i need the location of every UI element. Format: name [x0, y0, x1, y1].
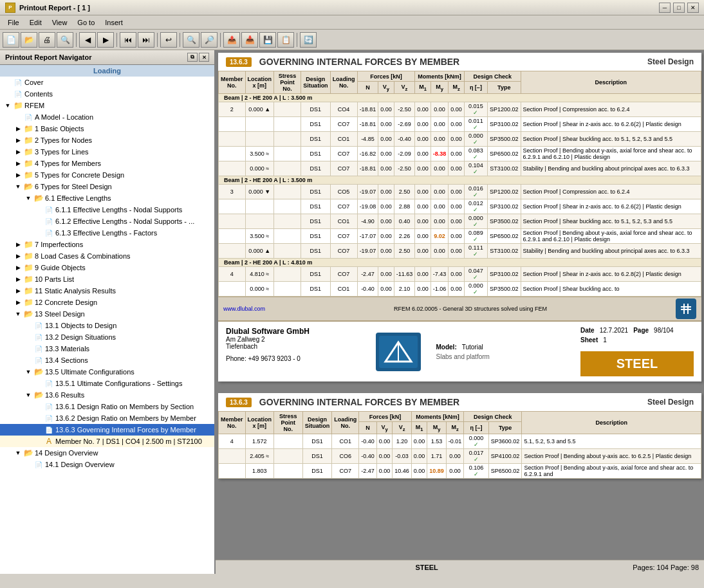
menu-file[interactable]: File: [3, 17, 24, 28]
nav-item-136[interactable]: ▼ 📂 13.6 Results: [0, 389, 214, 401]
cell-type: SP3100.02: [487, 117, 521, 132]
nav-item-basic[interactable]: ▶ 📁 1 Basic Objects: [0, 123, 214, 134]
nav-item-nodes[interactable]: ▶ 📁 2 Types for Nodes: [0, 134, 214, 146]
next-button[interactable]: ▶: [97, 32, 114, 48]
nav-close-button[interactable]: ✕: [199, 53, 209, 62]
nav-item-133[interactable]: 📄 13.3 Materials: [0, 343, 214, 354]
expand-14: ▼: [13, 448, 23, 458]
cell-x: 0.000 ▲: [245, 102, 274, 117]
maximize-button[interactable]: □: [673, 3, 685, 13]
minimize-button[interactable]: ─: [659, 3, 671, 13]
nav-item-member-note[interactable]: A Member No. 7 | DS1 | CO4 | 2.500 m | S…: [0, 436, 214, 447]
doc-icon-contents: 📄: [13, 89, 23, 99]
cell-Vy: 0.00: [378, 185, 394, 199]
nav-item-steel2[interactable]: ▼ 📂 13 Steel Design: [0, 308, 214, 320]
nav-item-parts[interactable]: ▶ 📁 10 Parts List: [0, 273, 214, 285]
nav-item-613[interactable]: 📄 6.1.3 Effective Lengths - Factors: [0, 227, 214, 239]
cell-x: [245, 199, 274, 214]
dlubal-logo: [376, 333, 421, 371]
sep1: [76, 33, 77, 47]
nav-item-members[interactable]: ▶ 📁 4 Types for Members: [0, 158, 214, 169]
nav-item-611[interactable]: 📄 6.1.1 Effective Lengths - Nodal Suppor…: [0, 204, 214, 216]
cell-load: CO4: [330, 102, 357, 117]
nav-item-rfem[interactable]: ▼ 📁 RFEM: [0, 100, 214, 111]
nav-item-cover[interactable]: 📄 Cover: [0, 77, 214, 88]
export1-button[interactable]: 📤: [223, 32, 240, 48]
th2-Mz: My: [427, 422, 447, 434]
nav-item-14[interactable]: ▼ 📂 14 Design Overview: [0, 447, 214, 459]
nav-item-contents[interactable]: 📄 Contents: [0, 88, 214, 100]
expand-1351: [33, 378, 44, 389]
cell-Vz: 1.20: [393, 434, 412, 449]
cell-member: [219, 282, 246, 297]
zoom-out-button[interactable]: 🔎: [201, 32, 218, 48]
nav-item-135[interactable]: ▼ 📂 13.5 Ultimate Configurations: [0, 366, 214, 378]
folder-icon-guide: 📁: [23, 262, 33, 273]
nav-item-imp[interactable]: ▶ 📁 7 Imperfections: [0, 239, 214, 250]
menu-view[interactable]: View: [47, 17, 73, 28]
member-note-label: Member No. 7 | DS1 | CO4 | 2.500 m | ST2…: [54, 437, 202, 445]
cell-Mz: 1.71: [427, 449, 447, 464]
nav-item-132[interactable]: 📄 13.2 Design Situations: [0, 331, 214, 343]
print-button[interactable]: 🖨: [39, 32, 55, 48]
th2-member: MemberNo.: [219, 412, 246, 434]
nav-item-1351[interactable]: 📄 13.5.1 Ultimate Configurations - Setti…: [0, 378, 214, 389]
nav-item-lines[interactable]: ▶ 📁 3 Types for Lines: [0, 146, 214, 158]
doc-icon-1361: 📄: [44, 401, 54, 412]
nav-item-static[interactable]: ▶ 📁 11 Static Analysis Results: [0, 285, 214, 297]
menu-edit[interactable]: Edit: [24, 17, 47, 28]
nav-item-guide[interactable]: ▶ 📁 9 Guide Objects: [0, 262, 214, 273]
prev-button[interactable]: ◀: [79, 32, 96, 48]
nav-item-eff[interactable]: ▼ 📂 6.1 Effective Lengths: [0, 192, 214, 204]
nav-item-model[interactable]: 📄 A Model - Location: [0, 111, 214, 123]
nav-tree[interactable]: 📄 Cover 📄 Contents ▼ 📁 RFEM 📄: [0, 77, 214, 574]
zoom-in-button[interactable]: 🔍: [183, 32, 199, 48]
nav-restore-button[interactable]: ⧉: [187, 53, 198, 62]
th2-type: Type: [488, 422, 522, 434]
cell-Mz: 9.02: [431, 229, 449, 244]
nav-item-131[interactable]: 📄 13.1 Objects to Design: [0, 320, 214, 331]
export2-button[interactable]: 📥: [241, 32, 258, 48]
nav-item-1363[interactable]: 📄 13.6.3 Governing Internal Forces by Me…: [0, 424, 214, 436]
content-scroll[interactable]: 13.6.3 GOVERNING INTERNAL FORCES BY MEMB…: [216, 50, 704, 560]
nav-item-concrete[interactable]: ▶ 📁 5 Types for Concrete Design: [0, 169, 214, 181]
export3-button[interactable]: 💾: [259, 32, 276, 48]
cell-member: [219, 117, 246, 132]
sheet-label: Sheet: [580, 336, 598, 344]
toolbar: 📄 📂 🖨 🔍 ◀ ▶ ⏮ ⏭ ↩ 🔍 🔎 📤 📥 💾 📋 🔄: [0, 30, 704, 50]
back-button[interactable]: ↩: [160, 32, 177, 48]
cell-type: SP3100.02: [487, 199, 521, 214]
cell-load: CO7: [330, 147, 357, 161]
nav-item-141[interactable]: 📄 14.1 Design Overview: [0, 459, 214, 470]
nav-item-612[interactable]: 📄 6.1.2 Effective Lengths - Nodal Suppor…: [0, 216, 214, 227]
label-1362: 13.6.2 Design Ratio on Members by Member: [54, 414, 196, 422]
app-icon: P: [5, 3, 15, 13]
expand-135: ▼: [23, 367, 33, 377]
cell-desc: Section Proof | Shear buckling acc. to 5…: [521, 132, 701, 147]
export4-button[interactable]: 📋: [277, 32, 294, 48]
refresh-button[interactable]: 🔄: [300, 32, 317, 48]
cell-Vy: 0.00: [378, 229, 394, 244]
nav-item-1362[interactable]: 📄 13.6.2 Design Ratio on Members by Memb…: [0, 412, 214, 424]
nav-item-concrete2[interactable]: ▶ 📁 12 Concrete Design: [0, 297, 214, 308]
new-button[interactable]: 📄: [3, 32, 19, 48]
preview-button[interactable]: 🔍: [57, 32, 73, 48]
menu-insert[interactable]: Insert: [100, 17, 128, 28]
cell-N: -17.07: [357, 229, 378, 244]
nav-item-load[interactable]: ▶ 📁 8 Load Cases & Combinations: [0, 250, 214, 262]
cell-eta: 0.111 ✓: [464, 244, 487, 259]
cell-Vz: -0.40: [394, 132, 415, 147]
cell-Mz: 1.53: [427, 434, 447, 449]
nav-item-1361[interactable]: 📄 13.6.1 Design Ratio on Members by Sect…: [0, 401, 214, 412]
close-button[interactable]: ✕: [687, 3, 699, 13]
nav-item-steel[interactable]: ▼ 📂 6 Types for Steel Design: [0, 181, 214, 192]
cell-Mz: 0.00: [431, 117, 449, 132]
menu-goto[interactable]: Go to: [72, 17, 100, 28]
cell-My: 0.00: [415, 161, 431, 176]
nav-item-134[interactable]: 📄 13.4 Sections: [0, 354, 214, 366]
cell-N: -19.07: [357, 185, 378, 199]
open-button[interactable]: 📂: [21, 32, 37, 48]
first-button[interactable]: ⏮: [120, 32, 136, 48]
expand-concrete: ▶: [13, 170, 23, 180]
last-button[interactable]: ⏭: [138, 32, 154, 48]
